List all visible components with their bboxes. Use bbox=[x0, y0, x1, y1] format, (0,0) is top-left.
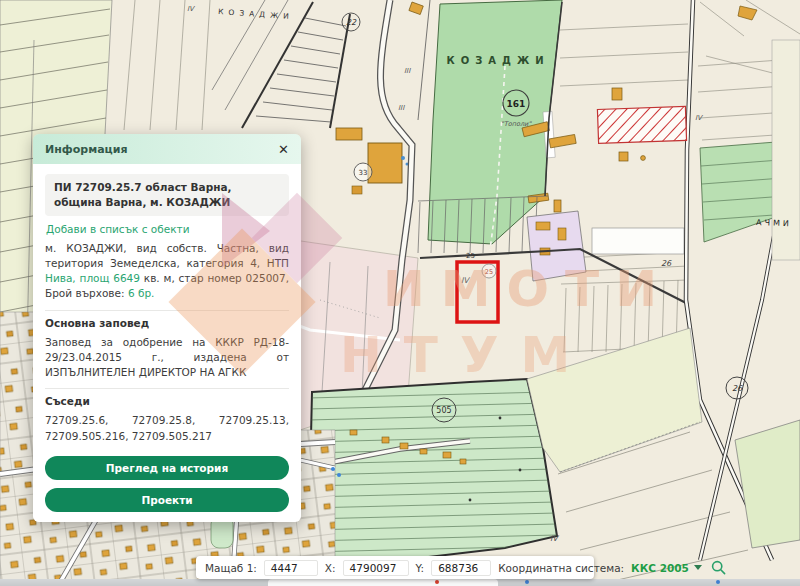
info-panel-title: Информация bbox=[45, 143, 128, 156]
taskbar-dot-red bbox=[435, 580, 439, 584]
chevron-down-icon bbox=[694, 565, 702, 570]
details-highlight-1: Нива, площ 6649 bbox=[45, 272, 140, 284]
vertex-marker-label: 25 bbox=[485, 268, 493, 276]
history-button[interactable]: Преглед на история bbox=[45, 456, 289, 480]
marker-22-label: 22 bbox=[346, 18, 357, 27]
parcel-title: ПИ 72709.25.7 област Варна, община Варна… bbox=[45, 174, 289, 216]
app-screen: КОЗАДЖИ 161 "Тополи" 33 bbox=[0, 0, 800, 586]
parcel-25-label: 25 bbox=[466, 252, 475, 260]
scale-label: Мащаб 1: bbox=[205, 562, 257, 574]
crs-label: Координатна система: bbox=[498, 562, 624, 574]
y-coordinate-input[interactable]: 688736 bbox=[431, 560, 491, 576]
details-text-1: м. КОЗАДЖИ, вид собств. Частна, вид тери… bbox=[45, 242, 289, 269]
white-parcel bbox=[592, 228, 684, 254]
taskbar-dot-blue-2 bbox=[716, 580, 720, 584]
kozadzhi-field-label: КОЗАДЖИ bbox=[446, 55, 549, 66]
taskbar-dot-blue bbox=[525, 580, 529, 584]
crs-dropdown[interactable]: ККС 2005 bbox=[631, 562, 702, 574]
taskbar-window-hint bbox=[268, 579, 498, 586]
x-coordinate-input[interactable]: 4790097 bbox=[343, 560, 409, 576]
map-status-bar: Мащаб 1: 4447 X: 4790097 Y: 688736 Коорд… bbox=[196, 556, 594, 579]
x-label: X: bbox=[325, 562, 336, 574]
close-icon[interactable]: ✕ bbox=[278, 143, 289, 156]
info-panel: Информация ✕ ПИ 72709.25.7 област Варна,… bbox=[33, 134, 301, 522]
order-section-header: Основна заповед bbox=[45, 310, 289, 329]
label-iii-1: III bbox=[404, 67, 411, 75]
label-achmi: АЧМИ bbox=[756, 218, 792, 228]
search-icon bbox=[711, 560, 726, 575]
order-section-text: Заповед за одобрение на КККР РД-18-29/23… bbox=[45, 335, 289, 381]
neighbors-section-text: 72709.25.6, 72709.25.8, 72709.25.13, 727… bbox=[45, 413, 289, 443]
marker-33-label: 33 bbox=[359, 169, 368, 177]
crs-value: ККС 2005 bbox=[631, 562, 689, 574]
marker-505-label: 505 bbox=[436, 406, 451, 415]
label-26: 26 bbox=[661, 259, 672, 268]
bottom-green-area[interactable] bbox=[308, 379, 557, 560]
info-panel-header: Информация ✕ bbox=[33, 134, 301, 164]
marker-26-label: 26 bbox=[732, 384, 743, 393]
lilac-parcel bbox=[527, 211, 586, 281]
restricted-parcel-hatched bbox=[597, 106, 686, 143]
projects-button[interactable]: Проекти bbox=[45, 488, 289, 512]
neighbors-section-header: Съседи bbox=[45, 388, 289, 407]
add-to-list-link[interactable]: Добави в списък с обекти bbox=[46, 223, 288, 235]
label-iii-2: III bbox=[398, 104, 405, 112]
marker-161-label: 161 bbox=[507, 99, 526, 109]
taskbar-strip bbox=[0, 579, 800, 586]
search-button[interactable] bbox=[711, 560, 726, 575]
info-panel-body: ПИ 72709.25.7 област Варна, община Варна… bbox=[33, 164, 301, 522]
parcel-details: м. КОЗАДЖИ, вид собств. Частна, вид тери… bbox=[45, 241, 289, 302]
y-label: Y: bbox=[416, 562, 425, 574]
scale-input[interactable]: 4447 bbox=[264, 560, 318, 576]
details-highlight-2: 6 бр. bbox=[128, 287, 155, 299]
